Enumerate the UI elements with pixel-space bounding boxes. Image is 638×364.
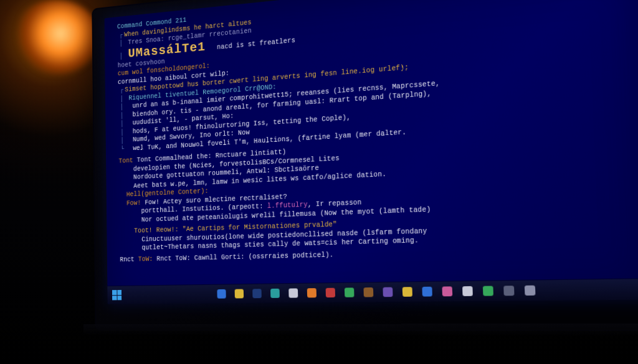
taskbar-app-icon[interactable] [288, 288, 298, 297]
windows-taskbar[interactable] [107, 278, 638, 304]
taskbar-app-icon[interactable] [326, 288, 335, 297]
terminal-content: Command Commond 211 ┌When davinglindsms … [117, 0, 638, 264]
taskbar-app-icon[interactable] [217, 289, 226, 299]
taskbar-app-icon[interactable] [252, 289, 262, 298]
start-button-icon[interactable] [112, 290, 121, 300]
laptop-base [83, 324, 638, 337]
taskbar-app-icon[interactable] [345, 287, 355, 297]
taskbar-app-icon[interactable] [422, 287, 432, 297]
taskbar-app-icon[interactable] [503, 286, 514, 296]
taskbar-app-icon[interactable] [383, 287, 393, 297]
ambient-room: Command Commond 211 ┌When davinglindsms … [0, 0, 638, 364]
taskbar-app-icon[interactable] [307, 288, 317, 297]
taskbar-app-icon[interactable] [402, 287, 412, 297]
taskbar-app-icon[interactable] [483, 286, 493, 296]
laptop-screen: Command Commond 211 ┌When davinglindsms … [105, 0, 638, 304]
laptop: Command Commond 211 ┌When davinglindsms … [93, 6, 638, 355]
lamp-glow [12, 0, 100, 75]
taskbar-spacer [127, 294, 175, 295]
taskbar-app-icon[interactable] [270, 289, 280, 298]
taskbar-app-icon[interactable] [525, 286, 536, 296]
taskbar-app-icon[interactable] [235, 289, 244, 299]
taskbar-app-icon[interactable] [462, 286, 473, 296]
taskbar-app-icon[interactable] [363, 287, 373, 297]
taskbar-spacer [588, 289, 638, 290]
taskbar-pinned-apps [181, 285, 580, 299]
taskbar-app-icon[interactable] [442, 286, 453, 296]
